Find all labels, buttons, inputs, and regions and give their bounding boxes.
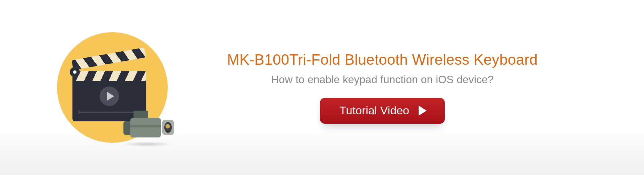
question-subtitle: How to enable keypad function on iOS dev… <box>271 73 494 86</box>
banner: MK-B100Tri-Fold Bluetooth Wireless Keybo… <box>0 0 644 175</box>
clapperboard-illustration <box>57 32 168 143</box>
play-icon <box>419 106 427 116</box>
product-title: MK-B100Tri-Fold Bluetooth Wireless Keybo… <box>227 51 538 68</box>
camcorder-icon <box>120 108 170 145</box>
tutorial-video-button[interactable]: Tutorial Video <box>320 98 445 124</box>
play-icon <box>98 85 120 107</box>
copy-block: MK-B100Tri-Fold Bluetooth Wireless Keybo… <box>198 51 567 124</box>
button-label: Tutorial Video <box>339 104 409 117</box>
